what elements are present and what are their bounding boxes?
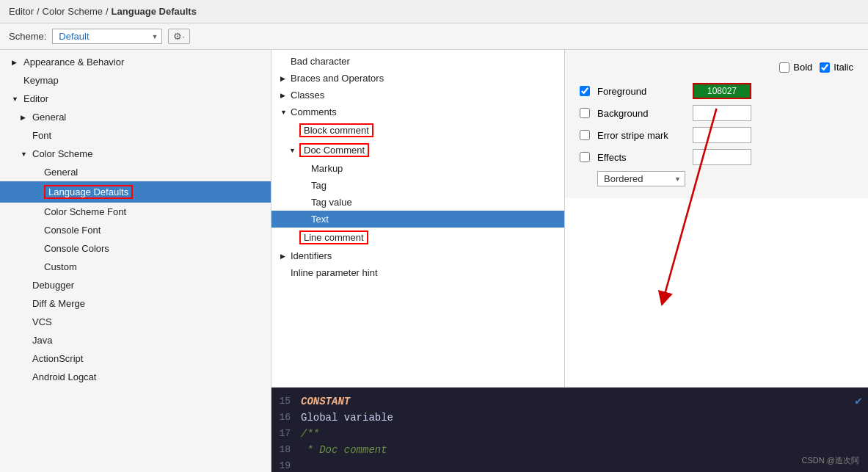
- sidebar-item-color-scheme[interactable]: ▼Color Scheme: [0, 145, 271, 163]
- sidebar-item-general[interactable]: ▶General: [0, 108, 271, 126]
- style-options-row: Bold Italic: [580, 62, 853, 73]
- sidebar-item-label: Appearance & Behavior: [23, 57, 124, 68]
- right-panel-wrapper: Bold Italic Foreground 108027: [565, 50, 868, 387]
- tree-item-label: Comments: [291, 106, 337, 117]
- tree-item-inline-param[interactable]: Inline parameter hint: [271, 264, 564, 281]
- chevron-icon: ▶: [12, 59, 19, 66]
- tree-item-label: Identifiers: [291, 250, 332, 261]
- sidebar-item-label: Custom: [44, 261, 77, 272]
- code-line-15: 15 CONSTANT: [271, 393, 868, 410]
- tree-item-label: Markup: [311, 163, 343, 174]
- sidebar-item-label: Console Colors: [44, 243, 109, 254]
- tree-item-label: Line comment: [299, 230, 368, 244]
- background-label: Background: [597, 108, 685, 119]
- sidebar-item-editor[interactable]: ▼Editor: [0, 90, 271, 108]
- tree-item-text[interactable]: Text: [271, 211, 564, 228]
- background-checkbox[interactable]: [580, 108, 590, 118]
- sidebar-item-font[interactable]: Font: [0, 126, 271, 145]
- code-line-19: 19 * @tag <code>Markup</code>: [271, 458, 868, 472]
- tree-chevron-icon: ▼: [280, 109, 288, 116]
- tree-item-braces[interactable]: ▶Braces and Operators: [271, 70, 564, 87]
- tree-chevron-icon: ▶: [280, 75, 288, 82]
- italic-label[interactable]: Italic: [820, 62, 853, 73]
- settings-panel: Bold Italic Foreground 108027: [565, 50, 868, 198]
- italic-checkbox[interactable]: [820, 62, 830, 73]
- breadcrumb-bar: Editor / Color Scheme / Language Default…: [0, 0, 868, 23]
- sidebar-item-label: Console Font: [44, 225, 101, 236]
- tree-item-classes[interactable]: ▶Classes: [271, 87, 564, 104]
- tree-chevron-icon: ▶: [280, 253, 288, 260]
- sidebar-item-custom[interactable]: Custom: [0, 258, 271, 276]
- sidebar-item-console-font[interactable]: Console Font: [0, 221, 271, 239]
- sidebar-item-android-logcat[interactable]: Android Logcat: [0, 368, 271, 386]
- tree-panel: Bad character▶Braces and Operators▶Class…: [271, 50, 565, 387]
- sidebar-item-diff-merge[interactable]: Diff & Merge: [0, 294, 271, 313]
- tree-item-label: Text: [311, 214, 329, 225]
- code-line-18: 18 * Doc comment: [271, 442, 868, 458]
- sidebar-item-keymap[interactable]: Keymap: [0, 71, 271, 90]
- tree-item-identifiers[interactable]: ▶Identifiers: [271, 247, 564, 264]
- sidebar-item-actionscript[interactable]: ActionScript: [0, 349, 271, 368]
- breadcrumb-color-scheme: Color Scheme: [43, 6, 103, 17]
- sidebar-item-appearance[interactable]: ▶Appearance & Behavior: [0, 53, 271, 71]
- breadcrumb-sep1: /: [37, 6, 40, 17]
- sidebar-item-debugger[interactable]: Debugger: [0, 276, 271, 294]
- tree-item-label: Inline parameter hint: [291, 267, 378, 278]
- effects-checkbox[interactable]: [580, 152, 590, 162]
- tree-item-label: Doc Comment: [299, 143, 369, 157]
- sidebar-item-label: VCS: [32, 316, 52, 327]
- bold-checkbox[interactable]: [779, 62, 789, 73]
- error-stripe-label: Error stripe mark: [597, 130, 685, 141]
- chevron-icon: ▼: [21, 150, 28, 158]
- code-line-17: 17 /**: [271, 426, 868, 442]
- sidebar-item-color-scheme-general[interactable]: General: [0, 163, 271, 181]
- sidebar-item-vcs[interactable]: VCS: [0, 313, 271, 331]
- sidebar-item-label: Keymap: [23, 75, 59, 86]
- sidebar-item-label: Language Defaults: [44, 185, 133, 199]
- tree-item-line-comment[interactable]: Line comment: [271, 228, 564, 247]
- foreground-row: Foreground 108027: [580, 83, 853, 99]
- sidebar-item-label: Editor: [23, 93, 48, 104]
- effects-dropdown-row: Bordered Underline Bold underline Strike…: [580, 171, 853, 186]
- scheme-select-wrapper[interactable]: Default: [52, 29, 162, 44]
- tree-item-tag[interactable]: Tag: [271, 177, 564, 194]
- sidebar: ▶Appearance & BehaviorKeymap▼Editor▶Gene…: [0, 50, 271, 472]
- error-stripe-color-box[interactable]: [693, 127, 751, 143]
- sidebar-item-label: General: [32, 112, 66, 123]
- tree-item-tag-value[interactable]: Tag value: [271, 194, 564, 211]
- scheme-select[interactable]: Default: [52, 29, 162, 44]
- sidebar-item-label: Font: [32, 130, 51, 141]
- effects-dropdown-wrap[interactable]: Bordered Underline Bold underline Strike…: [597, 171, 685, 186]
- tree-item-bad-char[interactable]: Bad character: [271, 53, 564, 70]
- sidebar-item-java[interactable]: Java: [0, 331, 271, 349]
- tree-item-comments[interactable]: ▼Comments: [271, 104, 564, 120]
- effects-dropdown[interactable]: Bordered Underline Bold underline Strike…: [597, 171, 685, 186]
- tree-item-block-comment[interactable]: Block comment: [271, 120, 564, 140]
- sidebar-item-label: Java: [32, 335, 52, 346]
- tree-item-doc-comment[interactable]: ▼Doc Comment: [271, 140, 564, 160]
- sidebar-item-color-scheme-font[interactable]: Color Scheme Font: [0, 203, 271, 221]
- error-stripe-checkbox[interactable]: [580, 130, 590, 140]
- tree-item-label: Block comment: [299, 123, 373, 137]
- gear-button[interactable]: ⚙·: [168, 29, 190, 44]
- tree-item-markup[interactable]: Markup: [271, 160, 564, 177]
- top-panels: Bad character▶Braces and Operators▶Class…: [271, 50, 868, 388]
- watermark: CSDN @造次阿: [802, 455, 859, 466]
- sidebar-item-label: Android Logcat: [32, 371, 96, 382]
- breadcrumb-editor: Editor: [9, 6, 34, 17]
- background-color-box[interactable]: [693, 105, 751, 121]
- content-area: Bad character▶Braces and Operators▶Class…: [271, 50, 868, 472]
- error-stripe-row: Error stripe mark: [580, 127, 853, 143]
- sidebar-item-language-defaults[interactable]: Language Defaults: [0, 181, 271, 203]
- sidebar-item-label: Diff & Merge: [32, 298, 85, 309]
- effects-label: Effects: [597, 152, 685, 163]
- sidebar-item-console-colors[interactable]: Console Colors: [0, 239, 271, 258]
- tree-item-label: Bad character: [291, 56, 350, 67]
- bold-label[interactable]: Bold: [779, 62, 812, 73]
- effects-row: Effects: [580, 149, 853, 165]
- effects-color-box[interactable]: [693, 149, 751, 165]
- foreground-color-box[interactable]: 108027: [693, 83, 751, 99]
- foreground-checkbox[interactable]: [580, 86, 590, 96]
- tree-item-label: Braces and Operators: [291, 73, 384, 84]
- scheme-label: Scheme:: [9, 31, 46, 42]
